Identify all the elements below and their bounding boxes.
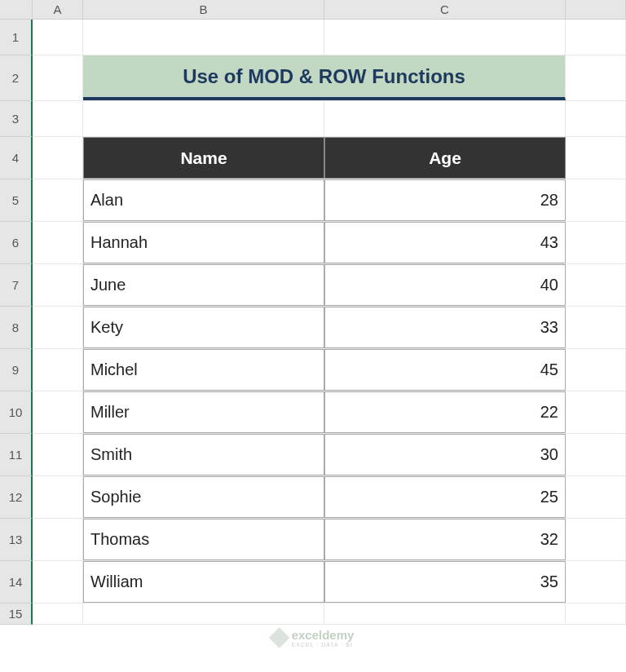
col-header-D[interactable]	[566, 0, 626, 19]
cell-D12[interactable]	[566, 476, 626, 518]
row-header-1[interactable]: 1	[0, 20, 33, 55]
cell-name[interactable]: Alan	[83, 179, 324, 221]
row-header-15[interactable]: 15	[0, 603, 33, 625]
row-header-11[interactable]: 11	[0, 434, 33, 476]
row-header-10[interactable]: 10	[0, 391, 33, 434]
cell-A6[interactable]	[33, 222, 83, 263]
cell-A12[interactable]	[33, 476, 83, 518]
watermark: exceldemy EXCEL · DATA · BI	[272, 628, 355, 648]
cell-D6[interactable]	[566, 222, 626, 263]
cell-D11[interactable]	[566, 434, 626, 475]
cell-age[interactable]: 45	[324, 349, 566, 391]
header-name[interactable]: Name	[83, 137, 324, 179]
table-row: June 40	[33, 264, 626, 307]
row-header-5[interactable]: 5	[0, 179, 33, 222]
watermark-sub: EXCEL · DATA · BI	[292, 642, 355, 648]
cell-A5[interactable]	[33, 179, 83, 221]
cell-D2[interactable]	[566, 55, 626, 100]
cell-age[interactable]: 22	[324, 391, 566, 433]
spreadsheet-grid: A B C 1 2 3 4 5 6 7 8 9 10 11 12 13 14 1…	[0, 0, 626, 672]
cell-C3[interactable]	[324, 101, 566, 136]
cell-D14[interactable]	[566, 561, 626, 603]
cell-A9[interactable]	[33, 349, 83, 391]
cell-age[interactable]: 28	[324, 179, 566, 221]
table-row: William 35	[33, 561, 626, 603]
row-header-12[interactable]: 12	[0, 476, 33, 519]
row-header-13[interactable]: 13	[0, 519, 33, 561]
row-15	[33, 603, 626, 625]
row-1	[33, 20, 626, 55]
cell-age[interactable]: 33	[324, 307, 566, 348]
table-row: Kety 33	[33, 307, 626, 349]
cell-A4[interactable]	[33, 137, 83, 179]
row-header-2[interactable]: 2	[0, 55, 33, 101]
cell-A10[interactable]	[33, 391, 83, 433]
cell-D9[interactable]	[566, 349, 626, 391]
cell-A13[interactable]	[33, 519, 83, 560]
cell-D1[interactable]	[566, 20, 626, 55]
cell-name[interactable]: Thomas	[83, 519, 324, 560]
col-header-B[interactable]: B	[83, 0, 324, 19]
cell-name[interactable]: Miller	[83, 391, 324, 433]
cell-D8[interactable]	[566, 307, 626, 348]
row-3	[33, 101, 626, 137]
select-all-corner[interactable]	[0, 0, 33, 19]
cell-name[interactable]: Smith	[83, 434, 324, 475]
cell-A7[interactable]	[33, 264, 83, 306]
cell-name[interactable]: Michel	[83, 349, 324, 391]
col-header-A[interactable]: A	[33, 0, 83, 19]
cell-name[interactable]: Sophie	[83, 476, 324, 518]
table-row: Hannah 43	[33, 222, 626, 264]
table-row: Smith 30	[33, 434, 626, 476]
cell-age[interactable]: 43	[324, 222, 566, 263]
cell-name[interactable]: June	[83, 264, 324, 306]
cell-A8[interactable]	[33, 307, 83, 348]
cell-D13[interactable]	[566, 519, 626, 560]
cell-A15[interactable]	[33, 603, 83, 624]
cell-C15[interactable]	[324, 603, 566, 624]
cell-age[interactable]: 32	[324, 519, 566, 560]
header-age[interactable]: Age	[324, 137, 566, 179]
row-4: Name Age	[33, 137, 626, 179]
cell-age[interactable]: 30	[324, 434, 566, 475]
watermark-text: exceldemy EXCEL · DATA · BI	[292, 628, 355, 648]
table-row: Michel 45	[33, 349, 626, 391]
cell-D3[interactable]	[566, 101, 626, 136]
cell-A3[interactable]	[33, 101, 83, 136]
cell-D7[interactable]	[566, 264, 626, 306]
cell-D15[interactable]	[566, 603, 626, 624]
cell-age[interactable]: 35	[324, 561, 566, 603]
row-header-6[interactable]: 6	[0, 222, 33, 264]
cell-B3[interactable]	[83, 101, 324, 136]
title-cell[interactable]: Use of MOD & ROW Functions	[83, 55, 566, 100]
table-row: Thomas 32	[33, 519, 626, 561]
watermark-name: exceldemy	[292, 628, 355, 642]
table-row: Sophie 25	[33, 476, 626, 519]
cell-D4[interactable]	[566, 137, 626, 179]
cell-C1[interactable]	[324, 20, 566, 55]
cell-A1[interactable]	[33, 20, 83, 55]
row-header-7[interactable]: 7	[0, 264, 33, 307]
table-row: Alan 28	[33, 179, 626, 222]
row-header-4[interactable]: 4	[0, 137, 33, 179]
cell-B15[interactable]	[83, 603, 324, 624]
table-row: Miller 22	[33, 391, 626, 434]
row-2: Use of MOD & ROW Functions	[33, 55, 626, 101]
cell-D5[interactable]	[566, 179, 626, 221]
cell-age[interactable]: 25	[324, 476, 566, 518]
cell-A14[interactable]	[33, 561, 83, 603]
cell-name[interactable]: Kety	[83, 307, 324, 348]
row-header-3[interactable]: 3	[0, 101, 33, 137]
cell-A2[interactable]	[33, 55, 83, 100]
cell-A11[interactable]	[33, 434, 83, 475]
cell-name[interactable]: William	[83, 561, 324, 603]
cell-age[interactable]: 40	[324, 264, 566, 306]
row-header-14[interactable]: 14	[0, 561, 33, 603]
col-header-C[interactable]: C	[324, 0, 566, 19]
cell-D10[interactable]	[566, 391, 626, 433]
row-header-8[interactable]: 8	[0, 307, 33, 349]
cell-name[interactable]: Hannah	[83, 222, 324, 263]
row-header-9[interactable]: 9	[0, 349, 33, 391]
row-headers: 1 2 3 4 5 6 7 8 9 10 11 12 13 14 15	[0, 20, 33, 625]
cell-B1[interactable]	[83, 20, 324, 55]
